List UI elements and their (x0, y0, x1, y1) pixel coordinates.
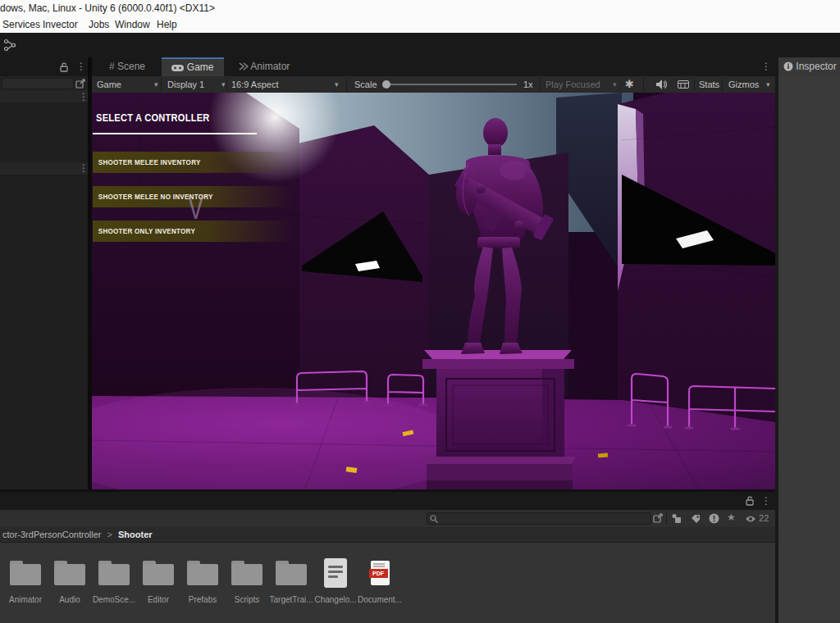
folder-icon (187, 561, 218, 585)
project-item-folder[interactable]: Editor (138, 554, 179, 604)
menu-invector[interactable]: Invector (43, 16, 78, 33)
left-search-input[interactable] (2, 78, 74, 89)
search-by-label-tag-icon[interactable] (691, 514, 701, 524)
unity-editor-window: dows, Mac, Linux - Unity 6 (6000.0.40f1)… (0, 0, 840, 623)
scale-label: Scale (354, 76, 377, 93)
project-search[interactable] (427, 512, 651, 525)
project-item-folder[interactable]: Audio (49, 554, 90, 604)
menu-help[interactable]: Help (157, 16, 177, 33)
view-tabstrip: # Scene Game Animator ⋮ (92, 57, 775, 76)
menu-jobs[interactable]: Jobs (89, 16, 109, 33)
game-ui-title: SELECT A CONTROLLER (96, 110, 309, 125)
project-items: Animator Audio DemoSce... Editor Prefabs… (0, 543, 775, 623)
eye-icon (745, 515, 756, 523)
main-toolbar (0, 33, 840, 57)
pdf-badge: PDF (369, 569, 388, 578)
gizmos-dropdown[interactable]: Gizmos ▾ (728, 76, 759, 93)
scale-value: 1x (523, 76, 533, 93)
project-toolbar: ★ 22 (0, 510, 775, 527)
aspect-dropdown[interactable]: 16:9 Aspect ▾ (231, 76, 343, 93)
window-title: dows, Mac, Linux - Unity 6 (6000.0.40f1)… (0, 2, 215, 14)
left-panel-strip: ⋮ ⋮ ⋮ (0, 57, 88, 489)
project-item-folder[interactable]: Scripts (226, 554, 267, 604)
search-by-type-icon[interactable] (671, 513, 682, 524)
panel-menu-icon[interactable]: ⋮ (76, 61, 86, 71)
vsync-grid-icon[interactable] (678, 80, 689, 89)
display-target-dropdown[interactable]: Game ▾ (97, 76, 121, 93)
lock-icon[interactable] (745, 496, 755, 506)
tab-scene[interactable]: # Scene (94, 57, 160, 76)
folder-icon (143, 561, 174, 585)
gamepad-icon (171, 63, 184, 72)
stats-button[interactable]: Stats (699, 76, 719, 93)
folder-icon (98, 561, 130, 585)
tab-animator[interactable]: Animator (226, 57, 302, 76)
game-viewport[interactable]: SELECT A CONTROLLER SHOOTER MELEE INVENT… (92, 93, 775, 489)
project-header-row: ⋮ (0, 492, 775, 510)
game-view-toolbar: Game ▾ Display 1 ▾ 16:9 Aspect ▾ Scale 1… (92, 76, 775, 93)
text-document-icon (324, 558, 347, 588)
project-item-folder[interactable]: DemoSce... (94, 554, 135, 604)
maximize-icon[interactable] (75, 79, 85, 89)
project-search-input[interactable] (441, 513, 651, 525)
breadcrumb-current[interactable]: Shooter (118, 530, 153, 539)
project-item-document[interactable]: Changelo... (315, 554, 356, 604)
menu-services[interactable]: Services (2, 16, 40, 33)
window-titlebar: dows, Mac, Linux - Unity 6 (6000.0.40f1)… (0, 0, 840, 16)
project-panel: ⋮ ★ (0, 489, 775, 623)
hidden-count[interactable]: 22 (745, 512, 769, 525)
project-item-folder[interactable]: Prefabs (182, 554, 223, 604)
search-icon (430, 515, 438, 523)
breadcrumb-separator-icon: > (107, 530, 112, 539)
lock-icon[interactable] (59, 62, 69, 72)
left-panel-body (0, 103, 88, 162)
invector-v-watermark: V (188, 189, 203, 226)
version-control-icon[interactable] (3, 39, 16, 52)
folder-icon (10, 561, 41, 585)
menu-bar: Services Invector Jobs Window Help (0, 16, 840, 33)
scale-slider-track[interactable] (386, 84, 517, 85)
debug-starburst-icon[interactable]: ✱ (625, 76, 634, 93)
project-item-folder[interactable]: TargetTrai... (271, 554, 312, 604)
project-item-pdf[interactable]: PDF Document... (359, 554, 400, 604)
breadcrumb-parent[interactable]: ctor-3rdPersonController (2, 530, 101, 539)
title-underline (93, 133, 257, 134)
maximize-icon[interactable] (653, 513, 663, 523)
animator-icon (239, 62, 249, 70)
import-log-icon[interactable] (709, 513, 719, 524)
mute-audio-icon[interactable] (656, 80, 667, 89)
tab-game[interactable]: Game (162, 57, 224, 76)
grid-icon: # (109, 61, 115, 72)
folder-icon (231, 561, 262, 585)
folder-icon (276, 561, 307, 585)
display-dropdown[interactable]: Display 1 ▾ (167, 76, 204, 93)
info-icon (783, 61, 793, 71)
inspector-panel: Inspector (778, 57, 840, 623)
project-menu-icon[interactable]: ⋮ (761, 496, 771, 506)
pdf-document-icon: PDF (371, 561, 390, 585)
controller-button-1[interactable]: SHOOTER MELEE INVENTORY (93, 152, 299, 173)
game-view-menu-icon[interactable]: ⋮ (761, 61, 771, 71)
breadcrumb: ctor-3rdPersonController > Shooter (0, 527, 775, 543)
menu-window[interactable]: Window (115, 16, 150, 33)
favorites-star-icon[interactable]: ★ (727, 512, 736, 523)
scale-slider-thumb[interactable] (382, 80, 390, 89)
play-focused-dropdown[interactable]: Play Focused ▾ (546, 76, 600, 93)
tab-inspector[interactable]: Inspector (778, 57, 840, 76)
project-item-folder[interactable]: Animator (5, 554, 46, 604)
folder-icon (54, 561, 85, 585)
